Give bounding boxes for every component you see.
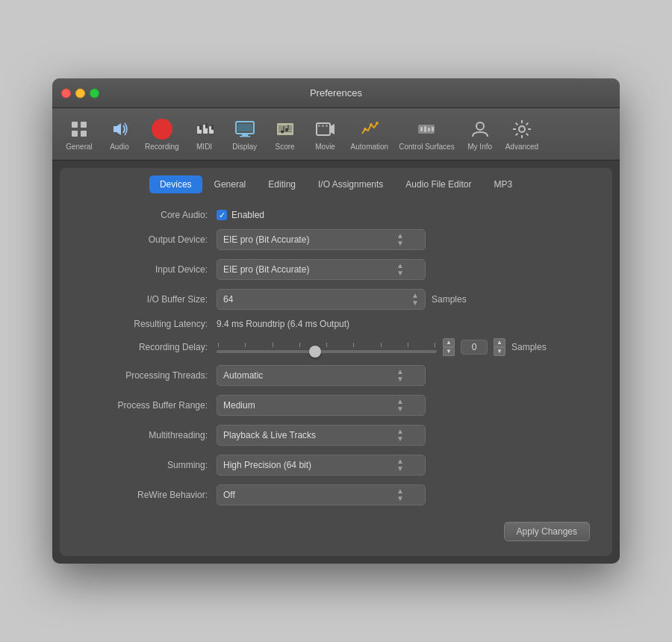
core-audio-checkbox[interactable]: ✓	[217, 210, 227, 220]
toolbar-item-score[interactable]: Score	[266, 114, 305, 154]
recording-delay-row: Recording Delay: ▼ ▲	[82, 338, 590, 356]
toolbar-item-midi[interactable]: MIDI	[185, 114, 224, 154]
svg-rect-2	[72, 131, 78, 137]
svg-rect-14	[277, 123, 293, 135]
process-buffer-select[interactable]: Medium ▲▼	[217, 395, 426, 416]
toolbar-item-movie[interactable]: Movie	[306, 114, 345, 154]
core-audio-text: Enabled	[231, 210, 264, 220]
tab-mp3[interactable]: MP3	[483, 175, 523, 193]
summing-row: Summing: High Precision (64 bit) ▲▼	[82, 455, 590, 476]
recording-delay-slider[interactable]	[217, 350, 437, 353]
svg-rect-9	[211, 125, 214, 130]
input-device-select[interactable]: EIE pro (Bit Accurate) ▲▼	[217, 259, 426, 280]
svg-rect-27	[424, 126, 426, 132]
multithreading-row: Multithreading: Playback & Live Tracks ▲…	[82, 425, 590, 446]
recording-delay-value[interactable]: 0	[461, 340, 488, 355]
svg-rect-29	[432, 127, 434, 131]
svg-point-31	[519, 126, 525, 132]
process-buffer-label: Process Buffer Range:	[82, 400, 217, 411]
svg-point-30	[476, 122, 484, 130]
svg-rect-13	[237, 124, 252, 131]
core-audio-label: Core Audio:	[82, 210, 217, 220]
traffic-lights	[61, 88, 99, 98]
toolbar-item-audio[interactable]: Audio	[100, 114, 139, 154]
process-buffer-row: Process Buffer Range: Medium ▲▼	[82, 395, 590, 416]
my-info-icon	[468, 117, 492, 141]
svg-rect-21	[326, 125, 328, 127]
processing-threads-arrows: ▲▼	[396, 368, 404, 383]
latency-row: Resulting Latency: 9.4 ms Roundtrip (6.4…	[82, 319, 590, 329]
value-stepper-down[interactable]: ▼	[494, 347, 505, 356]
toolbar: General Audio Recording	[52, 108, 620, 160]
toolbar-item-general[interactable]: General	[60, 114, 99, 154]
midi-icon	[193, 117, 217, 141]
toolbar-item-my-info[interactable]: My Info	[461, 114, 500, 154]
svg-rect-26	[420, 127, 423, 131]
processing-threads-label: Processing Threads:	[82, 370, 217, 381]
input-device-arrows: ▲▼	[396, 262, 404, 277]
toolbar-item-automation[interactable]: Automation	[346, 114, 393, 154]
svg-point-22	[364, 128, 367, 131]
process-buffer-arrows: ▲▼	[396, 398, 404, 413]
slider-thumb[interactable]	[309, 346, 321, 358]
toolbar-label-advanced: Advanced	[505, 143, 538, 151]
input-device-label: Input Device:	[82, 264, 217, 275]
svg-point-23	[370, 123, 373, 126]
toolbar-item-advanced[interactable]: Advanced	[501, 114, 543, 154]
multithreading-label: Multithreading:	[82, 430, 217, 440]
titlebar: Preferences	[52, 78, 620, 108]
io-buffer-select[interactable]: 64 ▲▼	[217, 289, 426, 310]
toolbar-item-recording[interactable]: Recording	[140, 114, 184, 154]
toolbar-item-display[interactable]: Display	[225, 114, 264, 154]
core-audio-value: ✓ Enabled	[217, 210, 264, 220]
movie-icon	[314, 117, 337, 141]
processing-threads-select[interactable]: Automatic ▲▼	[217, 365, 426, 386]
output-device-select[interactable]: EIE pro (Bit Accurate) ▲▼	[217, 229, 426, 250]
svg-rect-20	[322, 125, 324, 127]
output-device-row: Output Device: EIE pro (Bit Accurate) ▲▼	[82, 229, 590, 250]
io-buffer-label: I/O Buffer Size:	[82, 294, 217, 305]
value-stepper: ▲ ▼	[494, 338, 505, 356]
tab-devices[interactable]: Devices	[149, 175, 202, 193]
button-row: Apply Changes	[82, 514, 590, 544]
value-stepper-up[interactable]: ▲	[494, 338, 505, 347]
slider-ticks	[217, 341, 437, 349]
close-button[interactable]	[61, 88, 71, 98]
summing-value: High Precision (64 bit)	[223, 460, 311, 470]
score-icon	[273, 117, 297, 141]
latency-label: Resulting Latency:	[82, 319, 217, 329]
svg-point-16	[285, 128, 288, 131]
automation-icon	[358, 117, 382, 141]
stepper-up[interactable]: ▲	[443, 338, 455, 347]
stepper-down[interactable]: ▼	[443, 347, 455, 356]
svg-rect-28	[428, 128, 430, 131]
rewire-arrows: ▲▼	[396, 487, 404, 502]
toolbar-label-display: Display	[232, 143, 257, 151]
toolbar-label-control-surfaces: Control Surfaces	[399, 143, 454, 151]
tab-editing[interactable]: Editing	[258, 175, 306, 193]
core-audio-row: Core Audio: ✓ Enabled	[82, 210, 590, 220]
rewire-value: Off	[223, 490, 235, 500]
svg-rect-8	[205, 123, 208, 128]
rewire-select[interactable]: Off ▲▼	[217, 484, 426, 505]
maximize-button[interactable]	[90, 88, 99, 98]
apply-changes-button[interactable]: Apply Changes	[504, 522, 590, 541]
minimize-button[interactable]	[75, 88, 85, 98]
summing-select[interactable]: High Precision (64 bit) ▲▼	[217, 455, 426, 476]
tab-general[interactable]: General	[204, 175, 257, 193]
io-buffer-row: I/O Buffer Size: 64 ▲▼ Samples	[82, 289, 590, 310]
multithreading-select[interactable]: Playback & Live Tracks ▲▼	[217, 425, 426, 446]
toolbar-item-control-surfaces[interactable]: Control Surfaces	[394, 114, 458, 154]
multithreading-value: Playback & Live Tracks	[223, 430, 316, 440]
svg-point-24	[376, 122, 379, 125]
input-device-row: Input Device: EIE pro (Bit Accurate) ▲▼	[82, 259, 590, 280]
tab-io-assignments[interactable]: I/O Assignments	[308, 175, 393, 193]
toolbar-label-audio: Audio	[110, 143, 129, 151]
recording-icon	[150, 117, 174, 141]
processing-threads-value: Automatic	[223, 370, 263, 381]
tab-audio-file-editor[interactable]: Audio File Editor	[395, 175, 482, 193]
delay-stepper: ▼ ▲	[443, 338, 455, 356]
recording-delay-label: Recording Delay:	[82, 342, 217, 352]
output-device-arrows: ▲▼	[396, 232, 404, 247]
output-device-label: Output Device:	[82, 234, 217, 245]
